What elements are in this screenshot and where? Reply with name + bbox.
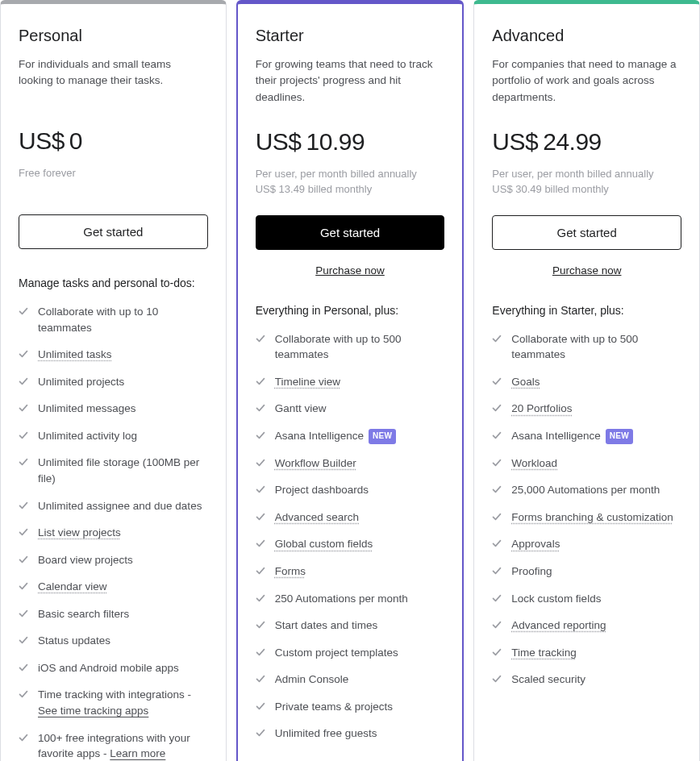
get-started-button[interactable]: Get started: [492, 215, 681, 250]
feature-text: Collaborate with up to 10 teammates: [38, 304, 208, 335]
feature-list: Collaborate with up to 500 teammatesTime…: [256, 331, 445, 753]
feature-tooltip-term[interactable]: Timeline view: [275, 376, 340, 388]
feature-item: Project dashboards: [256, 482, 445, 498]
check-icon: [19, 635, 28, 645]
feature-text: Calendar view: [38, 579, 107, 595]
feature-text: List view projects: [38, 525, 121, 541]
feature-item: 100+ free integrations with your favorit…: [19, 730, 208, 761]
new-badge: NEW: [606, 429, 633, 444]
feature-link[interactable]: Learn more: [110, 747, 165, 759]
feature-text: 25,000 Automations per month: [511, 482, 660, 498]
feature-text: Advanced search: [275, 509, 359, 526]
feature-item: Forms branching & customization: [492, 509, 681, 526]
feature-item: Collaborate with up to 500 teammates: [492, 331, 681, 363]
check-icon: [492, 566, 502, 576]
feature-item: Asana IntelligenceNEW: [492, 428, 681, 444]
feature-item: Approvals: [492, 536, 681, 552]
feature-tooltip-term[interactable]: Approvals: [511, 538, 560, 550]
plan-currency: US$: [492, 128, 538, 155]
feature-tooltip-term[interactable]: Goals: [511, 376, 540, 388]
feature-item: Timeline view: [256, 374, 445, 390]
feature-text: Gantt view: [275, 401, 327, 417]
feature-text: Custom project templates: [275, 645, 398, 661]
purchase-now-link[interactable]: Purchase now: [492, 264, 681, 277]
feature-text: Forms: [275, 563, 306, 580]
feature-item: Advanced search: [256, 509, 445, 526]
feature-tooltip-term[interactable]: Calendar view: [38, 580, 107, 593]
feature-item: Global custom fields: [256, 536, 445, 552]
feature-text: Project dashboards: [275, 482, 369, 498]
check-icon: [256, 403, 265, 413]
feature-text: Asana IntelligenceNEW: [511, 428, 633, 444]
feature-tooltip-term[interactable]: Advanced search: [275, 511, 359, 523]
purchase-now-link[interactable]: Purchase now: [256, 264, 445, 277]
plan-name: Starter: [256, 27, 445, 45]
check-icon: [256, 620, 265, 630]
check-icon: [256, 512, 265, 522]
check-icon: [256, 376, 265, 386]
check-icon: [19, 555, 28, 564]
feature-tooltip-term[interactable]: Forms: [275, 565, 306, 577]
check-icon: [492, 620, 502, 630]
plan-description: For growing teams that need to track the…: [256, 56, 445, 106]
feature-link[interactable]: See time tracking apps: [38, 705, 148, 717]
check-icon: [256, 728, 265, 738]
feature-text: Unlimited activity log: [38, 428, 137, 444]
feature-text: Advanced reporting: [511, 618, 606, 634]
plan-description: For individuals and small teams looking …: [19, 56, 208, 105]
feature-text: Board view projects: [38, 552, 133, 568]
plan-name: Advanced: [492, 27, 681, 45]
feature-item: Asana IntelligenceNEW: [256, 428, 445, 444]
feature-item: 25,000 Automations per month: [492, 482, 681, 498]
feature-tooltip-term[interactable]: Global custom fields: [275, 538, 373, 550]
get-started-button[interactable]: Get started: [256, 215, 445, 250]
feature-text: Goals: [511, 374, 540, 390]
feature-text: Collaborate with up to 500 teammates: [511, 331, 681, 363]
feature-tooltip-term[interactable]: Workload: [511, 457, 557, 469]
feature-tooltip-term[interactable]: Time tracking: [511, 647, 577, 659]
new-badge: NEW: [369, 429, 396, 444]
check-icon: [256, 430, 265, 440]
check-icon: [19, 349, 28, 359]
feature-item: Board view projects: [19, 552, 208, 568]
feature-item: Custom project templates: [256, 645, 445, 661]
feature-text: Unlimited file storage (100MB per file): [38, 455, 208, 486]
check-icon: [256, 566, 265, 576]
feature-tooltip-term[interactable]: List view projects: [38, 526, 121, 539]
feature-text: Workload: [511, 455, 557, 472]
feature-text: Unlimited tasks: [38, 347, 112, 363]
feature-item: Gantt view: [256, 401, 445, 417]
check-icon: [256, 539, 265, 548]
feature-tooltip-term[interactable]: Workflow Builder: [275, 457, 356, 469]
check-icon: [256, 674, 265, 684]
plan-card-personal: PersonalFor individuals and small teams …: [0, 0, 227, 761]
check-icon: [492, 334, 502, 343]
check-icon: [19, 609, 28, 618]
check-icon: [19, 501, 28, 510]
feature-tooltip-term[interactable]: Forms branching & customization: [511, 511, 673, 523]
feature-item: Time tracking: [492, 645, 681, 661]
check-icon: [492, 647, 502, 657]
plan-price: US$0: [19, 127, 208, 155]
feature-text: Unlimited messages: [38, 401, 136, 417]
feature-text: Forms branching & customization: [511, 509, 673, 526]
check-icon: [19, 663, 28, 672]
feature-tooltip-term[interactable]: Unlimited tasks: [38, 348, 112, 360]
feature-item: Unlimited tasks: [19, 347, 208, 363]
pricing-row: PersonalFor individuals and small teams …: [0, 0, 700, 761]
plan-name: Personal: [19, 27, 208, 45]
check-icon: [19, 689, 28, 699]
feature-text: Scaled security: [511, 672, 585, 688]
feature-item: Forms: [256, 563, 445, 580]
feature-tooltip-term[interactable]: 20 Portfolios: [511, 402, 572, 414]
feature-text: Unlimited free guests: [275, 726, 377, 742]
feature-item: Admin Console: [256, 672, 445, 688]
feature-item: Scaled security: [492, 672, 681, 688]
check-icon: [492, 458, 502, 468]
check-icon: [19, 376, 28, 386]
feature-text: Time tracking with integrations - See ti…: [38, 687, 208, 718]
get-started-button[interactable]: Get started: [19, 214, 208, 249]
feature-item: iOS and Android mobile apps: [19, 660, 208, 676]
feature-item: 250 Automations per month: [256, 591, 445, 607]
feature-tooltip-term[interactable]: Advanced reporting: [511, 619, 606, 631]
